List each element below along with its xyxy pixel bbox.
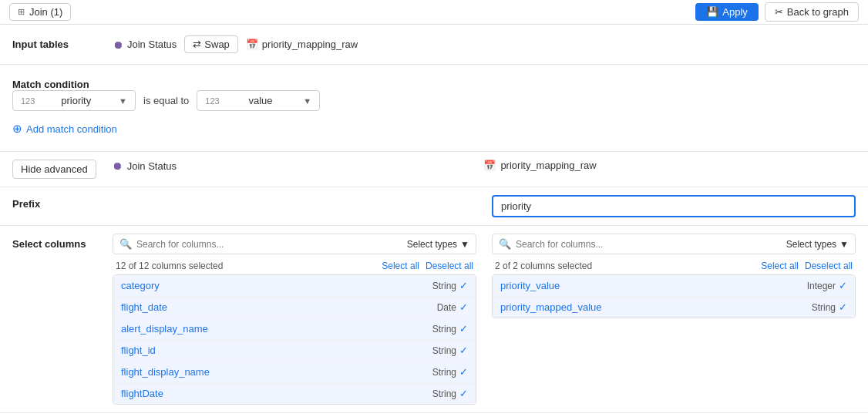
table1-icon: ⏺ [113, 39, 123, 51]
check-icon: ✓ [459, 323, 468, 335]
apply-button[interactable]: 💾 Apply [695, 3, 759, 21]
prefix-col2-container [492, 195, 856, 217]
add-match-condition-button[interactable]: ⊕ Add match condition [12, 117, 320, 140]
prefix-col1-placeholder [113, 195, 476, 217]
advanced-col1: ⏺ Join Status [112, 160, 484, 177]
prefix-section: Prefix [0, 187, 868, 226]
col-name: category [121, 280, 160, 291]
search-input-2[interactable] [516, 239, 782, 250]
swap-icon: ⇄ [193, 39, 201, 50]
table2-icon: 📅 [246, 39, 258, 50]
col-list-1: category String ✓ flight_date Date ✓ [113, 274, 476, 405]
top-bar: ⊞ Join (1) 💾 Apply ✂ Back to graph [0, 0, 868, 25]
col-list-2: priority_value Integer ✓ priority_mapped… [492, 274, 856, 318]
hide-advanced-label: Hide advanced [21, 163, 88, 175]
left-field-chevron: ▼ [119, 96, 127, 106]
table1-badge: ⏺ Join Status [113, 39, 177, 51]
check-icon: ✓ [459, 280, 468, 291]
table-row: flight_display_name String ✓ [113, 362, 476, 383]
left-field-dropdown[interactable]: 123 priority ▼ [12, 90, 136, 111]
add-condition-label: Add match condition [26, 123, 117, 135]
col-list-header-2: 2 of 2 columns selected Select all Desel… [492, 259, 856, 274]
col-list-header-1: 12 of 12 columns selected Select all Des… [113, 259, 476, 274]
right-field-dropdown[interactable]: 123 value ▼ [197, 90, 320, 111]
col-name: flight_date [121, 301, 167, 313]
search-icon-1: 🔍 [119, 238, 132, 250]
table-row: flightDate String ✓ [113, 383, 476, 404]
select-columns-section: Select columns 🔍 Select types ▼ 12 of 12… [0, 226, 868, 413]
column-panel-1: 🔍 Select types ▼ 12 of 12 columns select… [113, 234, 476, 405]
col-name: flight_display_name [121, 366, 210, 378]
deselect-all-1[interactable]: Deselect all [426, 261, 473, 271]
col-name: flightDate [121, 388, 163, 399]
apply-label: Apply [722, 6, 748, 18]
col-type: String ✓ [432, 323, 468, 335]
select-all-1[interactable]: Select all [382, 261, 419, 271]
right-field-value: value [248, 95, 272, 106]
col-name: alert_display_name [121, 323, 208, 335]
advanced-col2-header: 📅 priority_mapping_raw [483, 160, 856, 171]
select-types-btn-2[interactable]: Select types ▼ [786, 239, 849, 250]
match-condition-section: Match condition 123 priority ▼ is equal … [0, 65, 868, 152]
join-icon: ⊞ [18, 7, 25, 17]
check-icon: ✓ [839, 301, 847, 313]
col1-header-text: Join Status [127, 160, 177, 172]
advanced-section: Hide advanced ⏺ Join Status 📅 priority_m… [0, 152, 868, 187]
match-row: 123 priority ▼ is equal to 123 value ▼ [12, 90, 320, 111]
select-types-chevron-2: ▼ [839, 239, 849, 250]
advanced-content: ⏺ Join Status 📅 priority_mapping_raw [112, 160, 856, 177]
table-row: flight_date Date ✓ [113, 297, 476, 318]
table-row: priority_mapped_value String ✓ [493, 297, 855, 318]
check-icon: ✓ [839, 280, 847, 291]
search-input-1[interactable] [136, 239, 402, 250]
select-types-label-2: Select types [786, 239, 836, 250]
select-columns-label: Select columns [12, 234, 113, 250]
table2-name: priority_mapping_raw [262, 39, 358, 50]
col-name: flight_id [121, 345, 156, 356]
search-bar-1: 🔍 Select types ▼ [113, 234, 476, 254]
col-actions-1: Select all Deselect all [382, 261, 473, 271]
input-tables-label: Input tables [12, 35, 113, 50]
plus-circle-icon: ⊕ [12, 122, 22, 136]
left-field-value: priority [61, 95, 91, 106]
col-type: String ✓ [432, 366, 468, 378]
col-list-wrapper-1: category String ✓ flight_date Date ✓ [113, 274, 476, 405]
deselect-all-2[interactable]: Deselect all [805, 261, 853, 271]
table1-name: Join Status [127, 39, 177, 50]
advanced-col2: 📅 priority_mapping_raw [483, 160, 856, 177]
right-field-chevron: ▼ [303, 96, 311, 106]
check-icon: ✓ [459, 388, 468, 399]
top-bar-right: 💾 Apply ✂ Back to graph [695, 2, 859, 22]
select-all-2[interactable]: Select all [761, 261, 799, 271]
right-field-icon: 123 [205, 96, 219, 106]
prefix-label: Prefix [12, 195, 113, 210]
back-to-graph-button[interactable]: ✂ Back to graph [765, 2, 859, 22]
join-tab[interactable]: ⊞ Join (1) [9, 3, 71, 21]
col-type: Date ✓ [437, 301, 468, 313]
back-icon: ✂ [775, 6, 783, 18]
check-icon: ✓ [459, 345, 468, 356]
left-field-icon: 123 [21, 96, 35, 106]
col-count-1: 12 of 12 columns selected [116, 261, 223, 271]
tab-label-text: Join (1) [29, 6, 62, 18]
select-types-btn-1[interactable]: Select types ▼ [407, 239, 469, 250]
col-type: Integer ✓ [807, 280, 847, 291]
match-condition-content: 123 priority ▼ is equal to 123 value ▼ ⊕… [12, 90, 320, 140]
table-row: category String ✓ [113, 275, 476, 297]
col-type: String ✓ [812, 301, 847, 313]
search-icon-2: 🔍 [499, 238, 511, 250]
col2-header-text: priority_mapping_raw [500, 160, 596, 171]
back-label: Back to graph [787, 6, 849, 18]
hide-advanced-button[interactable]: Hide advanced [12, 160, 96, 179]
swap-button[interactable]: ⇄ Swap [184, 35, 238, 53]
prefix-col2-input[interactable] [492, 195, 856, 217]
swap-label: Swap [204, 39, 230, 50]
col-name: priority_mapped_value [500, 301, 602, 313]
match-condition-label: Match condition [12, 76, 113, 90]
operator-label: is equal to [143, 95, 189, 106]
columns-content: 🔍 Select types ▼ 12 of 12 columns select… [113, 234, 856, 405]
input-tables-content: ⏺ Join Status ⇄ Swap 📅 priority_mapping_… [113, 35, 358, 53]
table2-badge: 📅 priority_mapping_raw [246, 39, 358, 50]
check-icon: ✓ [459, 366, 468, 378]
col2-icon: 📅 [483, 160, 496, 171]
